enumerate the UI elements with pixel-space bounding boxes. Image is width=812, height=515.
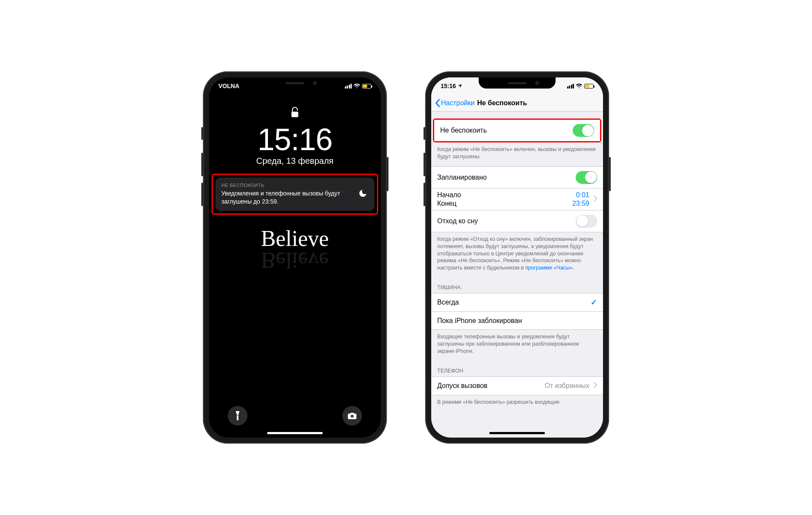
row-always-label: Всегда <box>437 299 591 306</box>
home-indicator[interactable] <box>489 432 545 434</box>
row-allow-calls[interactable]: Допуск вызовов От избранных <box>431 377 603 395</box>
signal-icon <box>345 84 352 89</box>
row-allow-calls-value: От избранных <box>545 382 589 390</box>
wifi-icon <box>353 83 360 89</box>
location-icon <box>458 83 462 89</box>
chevron-left-icon <box>435 99 440 107</box>
flashlight-icon <box>234 411 241 420</box>
clock-app-link[interactable]: программе «Часы» <box>525 265 573 271</box>
chevron-right-icon <box>594 195 597 203</box>
scheduled-toggle[interactable] <box>576 171 597 184</box>
settings-screen: 15:16 Настройки Не беспокоить <box>431 77 603 438</box>
camera-button[interactable] <box>342 406 362 426</box>
row-always[interactable]: Всегда ✓ <box>431 293 603 311</box>
nav-title: Не беспокоить <box>477 99 527 107</box>
lock-icon <box>209 107 381 118</box>
silence-footer: Входящие телефонные вызовы и уведомления… <box>431 330 603 361</box>
phone-frame-settings: 15:16 Настройки Не беспокоить <box>425 71 609 444</box>
bedtime-toggle[interactable] <box>576 215 597 228</box>
moon-icon <box>358 189 368 200</box>
row-allow-calls-label: Допуск вызовов <box>437 382 545 390</box>
wallpaper-text-reflection: Believe <box>209 248 381 273</box>
notification-body: Уведомления и телефонные вызовы будут за… <box>221 189 368 206</box>
flashlight-button[interactable] <box>228 406 247 426</box>
chevron-right-icon <box>594 382 597 390</box>
bedtime-footer: Когда режим «Отход ко сну» включен, забл… <box>431 232 603 278</box>
highlight-box-notification: НЕ БЕСПОКОИТЬ Уведомления и телефонные в… <box>212 174 378 215</box>
row-while-locked[interactable]: Пока iPhone заблокирован <box>431 311 603 329</box>
wallpaper-text: Believe <box>209 226 381 251</box>
signal-icon <box>567 84 574 89</box>
phone-frame-lockscreen: VOLNA 15:16 Среда, 13 февраля НЕ БЕСПОКО… <box>203 71 387 444</box>
dnd-toggle[interactable] <box>573 124 594 137</box>
home-indicator[interactable] <box>267 432 323 434</box>
notification-title: НЕ БЕСПОКОИТЬ <box>221 183 368 188</box>
highlight-box-dnd-toggle: Не беспокоить <box>433 118 601 142</box>
wifi-icon <box>576 83 583 89</box>
row-scheduled-label: Запланировано <box>437 174 576 181</box>
lock-screen: VOLNA 15:16 Среда, 13 февраля НЕ БЕСПОКО… <box>209 77 381 438</box>
row-scheduled[interactable]: Запланировано <box>431 167 603 188</box>
start-value: 0:01 <box>576 191 589 199</box>
row-bedtime-label: Отход ко сну <box>437 217 576 225</box>
back-button[interactable]: Настройки <box>435 99 474 107</box>
row-dnd[interactable]: Не беспокоить <box>434 120 600 141</box>
silence-header: ТИШИНА: <box>431 278 603 293</box>
end-label: Конец <box>437 200 456 207</box>
checkmark-icon: ✓ <box>591 298 597 307</box>
row-bedtime[interactable]: Отход ко сну <box>431 210 603 232</box>
lock-date: Среда, 13 февраля <box>209 156 381 166</box>
carrier-label: VOLNA <box>218 83 239 89</box>
notch <box>479 77 556 89</box>
allow-calls-footer: В режиме «Не беспокоить» разрешить входя… <box>431 395 603 412</box>
camera-icon <box>347 412 357 420</box>
notch <box>256 77 333 89</box>
row-schedule-times[interactable]: Начало0:01 Конец23:59 <box>431 188 603 210</box>
phone-header: ТЕЛЕФОН <box>431 361 603 376</box>
battery-icon <box>584 84 594 89</box>
row-dnd-label: Не беспокоить <box>440 127 573 134</box>
lock-time: 15:16 <box>209 122 381 157</box>
dnd-footer: Когда режим «Не беспокоить» включен, выз… <box>431 142 603 166</box>
svg-point-2 <box>351 415 354 418</box>
back-label: Настройки <box>441 99 474 107</box>
svg-rect-0 <box>291 112 298 117</box>
svg-rect-1 <box>237 415 238 416</box>
status-time: 15:16 <box>441 83 456 89</box>
row-while-locked-label: Пока iPhone заблокирован <box>437 317 597 325</box>
start-label: Начало <box>437 191 461 199</box>
battery-icon <box>362 84 371 89</box>
end-value: 23:59 <box>572 200 589 207</box>
dnd-notification-card[interactable]: НЕ БЕСПОКОИТЬ Уведомления и телефонные в… <box>215 178 374 211</box>
